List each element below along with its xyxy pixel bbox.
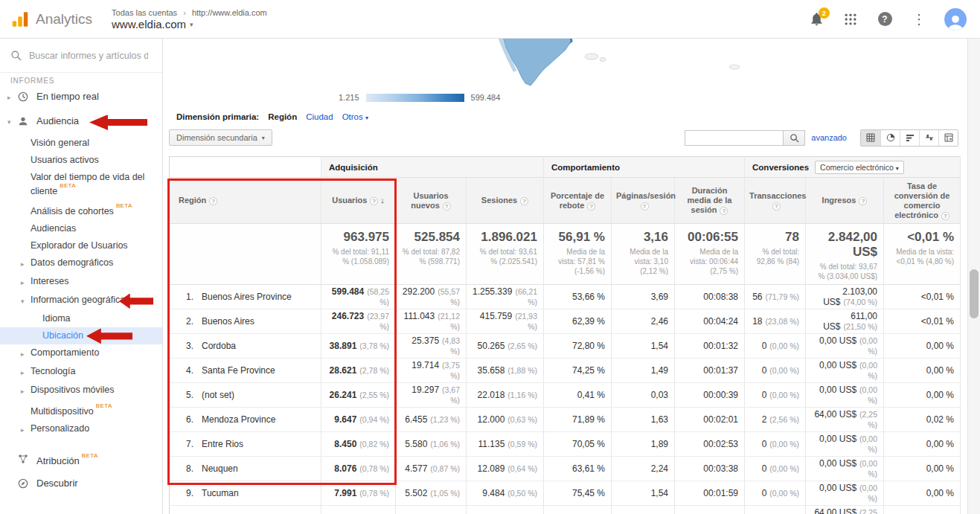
- cell-region[interactable]: 1.Buenos Aires Province: [170, 285, 321, 309]
- table-search-button[interactable]: [783, 130, 805, 146]
- sidebar-item-datos-demograficos[interactable]: ▸Datos demográficos: [0, 254, 162, 273]
- region-name[interactable]: Mendoza Province: [202, 414, 275, 425]
- breadcrumb-accounts[interactable]: Todas las cuentas: [112, 8, 177, 17]
- scrollbar-thumb[interactable]: [970, 269, 979, 318]
- column-header-transacciones[interactable]: Transacciones?: [745, 178, 806, 224]
- sidebar-item-tecnologia[interactable]: ▸Tecnología: [0, 363, 162, 382]
- ecommerce-selector[interactable]: Comercio electrónico ▾: [815, 161, 904, 174]
- view-percentage-button[interactable]: [880, 130, 900, 146]
- sidebar-item-personalizado[interactable]: ▸Personalizado: [0, 420, 162, 439]
- view-pivot-button[interactable]: [938, 130, 958, 146]
- cell-paginas: 1,49: [612, 359, 675, 383]
- cell-region[interactable]: 3.Cordoba: [170, 334, 321, 359]
- column-header-usuarios-nuevos[interactable]: Usuarios nuevos?: [396, 178, 467, 224]
- nav-item-label: Datos demográficos: [31, 257, 116, 269]
- cell-region[interactable]: 6.Mendoza Province: [170, 408, 321, 432]
- comparison-icon: [925, 133, 934, 142]
- apps-grid-button[interactable]: [842, 10, 859, 28]
- sidebar-item-ubicacion[interactable]: Ubicación: [0, 327, 162, 344]
- region-name[interactable]: (not set): [202, 390, 234, 400]
- view-table-button[interactable]: [861, 130, 880, 146]
- cell-region[interactable]: 7.Entre Rios: [170, 432, 321, 457]
- dimension-option-otros[interactable]: Otros ▾: [342, 112, 368, 121]
- region-name[interactable]: Tucuman: [202, 488, 239, 498]
- region-name[interactable]: Santa Fe Province: [202, 365, 275, 376]
- analytics-logo[interactable]: Analytics: [0, 10, 92, 29]
- more-options-button[interactable]: ⋮: [910, 10, 928, 28]
- sidebar-item-explorador-de-usuarios[interactable]: Explorador de Usuarios: [0, 237, 162, 254]
- column-header-ingresos[interactable]: Ingresos?: [806, 178, 884, 224]
- secondary-dimension-button[interactable]: Dimensión secundaria ▾: [169, 129, 272, 146]
- column-header-sesiones[interactable]: Sesiones?: [467, 178, 544, 224]
- column-header-tasa-de-conversion-de-comercio-electronico[interactable]: Tasa de conversión de comercio electróni…: [884, 178, 961, 224]
- sidebar-item-dispositivos-moviles[interactable]: ▸Dispositivos móviles: [0, 382, 162, 400]
- cell-region[interactable]: 10.Rio Negro: [170, 506, 321, 514]
- column-header-porcentaje-de-rebote[interactable]: Porcentaje de rebote?: [544, 178, 612, 224]
- sidebar-item-descubrir[interactable]: Descubrir: [0, 472, 162, 497]
- sidebar-item-en-tiempo-real[interactable]: ▸En tiempo real: [0, 86, 162, 110]
- sidebar-item-comportamiento[interactable]: ▸Comportamiento: [0, 344, 162, 363]
- column-header-region[interactable]: Región?: [170, 178, 321, 224]
- region-name[interactable]: Entre Rios: [202, 439, 243, 449]
- region-name[interactable]: Cordoba: [202, 341, 236, 351]
- cell-nuevos: 3.634(0,69 %): [396, 506, 467, 514]
- cell-region[interactable]: 4.Santa Fe Province: [170, 359, 321, 383]
- advanced-search-link[interactable]: avanzado: [811, 133, 847, 142]
- sidebar-item-audiencias[interactable]: Audiencias: [0, 220, 162, 237]
- region-name[interactable]: Buenos Aires: [202, 316, 254, 327]
- column-header-duracion-media-de-la-sesion[interactable]: Duración media de la sesión?: [675, 178, 745, 224]
- breadcrumb-property[interactable]: http://www.eldia.com: [192, 8, 267, 17]
- user-avatar[interactable]: [944, 8, 967, 30]
- cell-region[interactable]: 5.(not set): [170, 383, 321, 408]
- table-search-input[interactable]: [685, 130, 783, 146]
- nav-item-label: Explorador de Usuarios: [31, 240, 131, 251]
- cell-trans: 18(23,08 %): [745, 309, 806, 334]
- clock-icon: [17, 91, 36, 105]
- cell-nuevos: 19.714(3,75 %): [396, 359, 467, 383]
- help-button[interactable]: ?: [876, 10, 894, 28]
- column-header-usuarios[interactable]: Usuarios?↓: [321, 178, 396, 224]
- main-content: 1.215 599.484 Dimensión primaria: Región…: [163, 39, 967, 514]
- sidebar-item-multidispositivo[interactable]: MultidispositivoBETA: [0, 400, 162, 420]
- cell-nuevos: 5.580(1,06 %): [396, 432, 467, 457]
- view-performance-button[interactable]: [900, 130, 919, 146]
- cell-ingresos: 64,00 US$(2,25 %): [806, 506, 884, 514]
- sidebar-item-analisis-de-cohortes[interactable]: Análisis de cohortesBETA: [0, 200, 162, 220]
- search-input[interactable]: [29, 51, 148, 61]
- cell-sesiones: 12.000(0,63 %): [467, 408, 544, 432]
- sidebar-item-vision-general[interactable]: Visión general: [0, 135, 162, 152]
- cell-region[interactable]: 9.Tucuman: [170, 481, 321, 506]
- cell-ingresos: 0,00 US$(0,00 %): [806, 359, 884, 383]
- dimension-option-region[interactable]: Región: [268, 112, 297, 121]
- chevron-right-icon: ▸: [21, 423, 31, 436]
- cell-rebote: 71,89 %: [544, 408, 612, 432]
- sidebar-item-atribucion[interactable]: AtribuciónBETA: [0, 448, 162, 472]
- notifications-button[interactable]: 2: [807, 10, 825, 28]
- region-name[interactable]: Buenos Aires Province: [202, 292, 292, 302]
- cell-sesiones: 9.705(0,51 %): [467, 506, 544, 514]
- sidebar-item-valor-del-tiempo-de-vida-del-cliente[interactable]: Valor del tiempo de vida del clienteBETA: [0, 169, 162, 200]
- vertical-scrollbar[interactable]: [967, 39, 980, 514]
- chevron-right-icon: ▸: [21, 366, 31, 379]
- region-name[interactable]: Neuquen: [202, 463, 238, 474]
- account-selector[interactable]: www.eldia.com ▾: [112, 18, 267, 31]
- sidebar-item-usuarios-activos[interactable]: Usuarios activos: [0, 152, 162, 169]
- cell-region[interactable]: 2.Buenos Aires: [170, 309, 321, 334]
- row-rank: 3.: [176, 341, 193, 351]
- sidebar-item-intereses[interactable]: ▸Intereses: [0, 273, 162, 292]
- chevron-down-icon: ▾: [365, 115, 368, 121]
- geo-map[interactable]: [163, 39, 967, 88]
- dimension-option-ciudad[interactable]: Ciudad: [306, 112, 333, 121]
- analytics-app: Analytics Todas las cuentas › http://www…: [0, 0, 980, 514]
- sidebar-item-informacion-geografica[interactable]: ▾Información geográfica: [0, 292, 162, 310]
- cell-tasa: <0,01 %: [884, 285, 961, 309]
- sidebar-item-idioma[interactable]: Idioma: [0, 310, 162, 327]
- column-header-paginas-sesion[interactable]: Páginas/sesión?: [612, 178, 675, 224]
- nav-item-label: Descubrir: [36, 478, 81, 489]
- sidebar-search[interactable]: [0, 39, 162, 73]
- cell-region[interactable]: 8.Neuquen: [170, 457, 321, 481]
- view-comparison-button[interactable]: [919, 130, 938, 146]
- beta-badge: BETA: [82, 452, 98, 459]
- nav-item-label: Análisis de cohortesBETA: [31, 203, 135, 217]
- sidebar-item-audiencia[interactable]: ▾Audiencia: [0, 110, 162, 135]
